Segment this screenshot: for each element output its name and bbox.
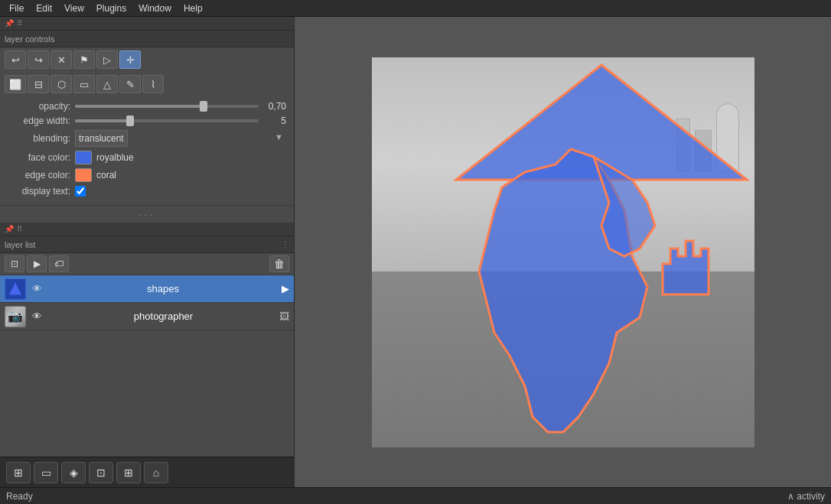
layer-list-toolbar: ⊡ ▶ 🏷 🗑: [0, 253, 294, 275]
tool-path-btn[interactable]: ⌇: [142, 75, 164, 93]
left-panel: 📌 ⠿ layer controls ↩ ↪ ✕ ⚑ ▷ ✛ ⬜ ⊟ ⬡ ▭ △…: [0, 17, 295, 487]
photographer-type-icon: 🖼: [279, 311, 289, 322]
photo-ground: [372, 272, 754, 447]
face-color-swatch[interactable]: [75, 151, 92, 164]
tool-flag-btn[interactable]: ⚑: [73, 50, 95, 69]
menu-window[interactable]: Window: [132, 2, 178, 15]
opacity-thumb[interactable]: [200, 101, 207, 112]
layers-window-btn[interactable]: ◈: [61, 462, 86, 483]
tool-stamp-btn[interactable]: ⊟: [28, 75, 49, 93]
building-dome: [716, 103, 739, 172]
tool-triangle-btn[interactable]: △: [96, 75, 118, 93]
console-btn[interactable]: ⊞: [6, 462, 31, 483]
face-color-name: royalblue: [96, 152, 134, 163]
tool-rect-btn[interactable]: ▭: [73, 75, 95, 93]
opacity-slider[interactable]: [75, 105, 259, 108]
edge-color-swatch[interactable]: [75, 168, 92, 182]
menu-view[interactable]: View: [58, 2, 90, 15]
photographer-eye-icon[interactable]: 👁: [29, 309, 44, 324]
tool-back-btn[interactable]: ↩: [5, 50, 26, 69]
tool-select-btn[interactable]: ⬜: [5, 75, 26, 93]
tool-polygon-btn[interactable]: ⬡: [51, 75, 72, 93]
edge-width-label: edge width:: [8, 115, 70, 126]
edge-width-track: [75, 119, 130, 122]
layer-item-shapes[interactable]: 👁 shapes ▶: [0, 275, 294, 303]
controls-area: opacity: 0,70 edge width: 5: [0, 96, 294, 206]
panel-mini-bar-controls: 📌 ⠿: [0, 17, 294, 31]
building-1: [676, 119, 690, 172]
layer-items: 👁 shapes ▶ 📷 👁 photographer 🖼: [0, 275, 294, 457]
photographer-thumb-bg: 📷: [5, 307, 25, 327]
panel-mini-bar-list: 📌 ⠿: [0, 223, 294, 236]
status-right: ∧ activity: [787, 491, 825, 502]
opacity-row: opacity: 0,70: [8, 101, 286, 112]
edge-width-row: edge width: 5: [8, 115, 286, 126]
delete-layer-btn[interactable]: 🗑: [269, 255, 289, 272]
layer-tool-dots-btn[interactable]: ⊡: [5, 255, 24, 272]
buildings: [676, 103, 739, 172]
blending-select[interactable]: translucent normal multiply screen overl…: [75, 130, 128, 147]
display-text-row: display text:: [8, 186, 286, 197]
main-area: 📌 ⠿ layer controls ↩ ↪ ✕ ⚑ ▷ ✛ ⬜ ⊟ ⬡ ▭ △…: [0, 17, 831, 487]
status-left: Ready: [6, 491, 33, 502]
edge-color-row: edge color: coral: [8, 168, 286, 182]
tool-move-btn[interactable]: ✛: [119, 50, 141, 69]
grip2-icon: ⠿: [17, 225, 22, 233]
face-color-group: royalblue: [75, 151, 286, 164]
face-color-label: face color:: [8, 152, 70, 163]
layer-controls-title: layer controls: [5, 34, 54, 44]
blending-row: blending: translucent normal multiply sc…: [8, 130, 286, 147]
shapes-layer-name: shapes: [47, 283, 279, 294]
opacity-label: opacity:: [8, 101, 70, 112]
shapes-eye-icon[interactable]: 👁: [29, 281, 44, 297]
edge-width-slider[interactable]: [75, 119, 259, 122]
canvas-area: [295, 17, 831, 487]
opacity-slider-container: 0,70: [75, 101, 286, 112]
blending-arrow-icon: ▼: [275, 132, 283, 141]
photographer-layer-name: photographer: [47, 311, 279, 322]
shapes-thumb: [5, 278, 26, 300]
layer-list-section: 📌 ⠿ layer list ⋮ ⊡ ▶ 🏷 🗑: [0, 223, 294, 457]
layer-list-header: layer list ⋮: [0, 236, 294, 253]
tool-close-btn[interactable]: ✕: [51, 50, 72, 69]
image-window-btn[interactable]: ▭: [34, 462, 58, 483]
opacity-track: [75, 105, 204, 108]
menubar: File Edit View Plugins Window Help: [0, 0, 831, 17]
separator-dots: ···: [0, 206, 294, 223]
edge-color-label: edge color:: [8, 170, 70, 180]
photo-background: [372, 57, 754, 447]
tool-play-btn[interactable]: ▷: [96, 50, 118, 69]
home-btn[interactable]: ⌂: [144, 462, 168, 483]
layer-controls-header: layer controls: [0, 31, 294, 47]
photographer-thumb: 📷: [5, 306, 26, 327]
tool-pen-btn[interactable]: ✎: [119, 75, 141, 93]
blending-label: blending:: [8, 133, 70, 144]
edge-width-thumb[interactable]: [126, 115, 134, 126]
photographer-thumb-icon: 📷: [8, 309, 23, 324]
pin2-icon: 📌: [5, 225, 14, 233]
grip-icon: ⠿: [17, 19, 22, 28]
menu-file[interactable]: File: [3, 2, 30, 15]
tool-forward-btn[interactable]: ↪: [28, 50, 49, 69]
toolbar-row-2: ⬜ ⊟ ⬡ ▭ △ ✎ ⌇: [0, 72, 294, 96]
menu-edit[interactable]: Edit: [30, 2, 58, 15]
status-bar: Ready ∧ activity: [0, 487, 831, 504]
menu-plugins[interactable]: Plugins: [90, 2, 132, 15]
list-header-dots: ⋮: [282, 240, 289, 249]
menu-help[interactable]: Help: [178, 2, 209, 15]
layer-item-photographer[interactable]: 📷 👁 photographer 🖼: [0, 303, 294, 330]
display-text-checkbox[interactable]: [75, 186, 86, 197]
shapes-layer-arrow: ▶: [282, 283, 289, 294]
edge-width-value: 5: [263, 115, 286, 126]
opacity-value: 0,70: [263, 101, 286, 112]
layer-tool-arrow-btn[interactable]: ▶: [27, 255, 47, 272]
layer-tool-tag-btn[interactable]: 🏷: [49, 255, 69, 272]
pin-icon: 📌: [5, 19, 14, 28]
dock-btn[interactable]: ⊡: [89, 462, 113, 483]
grid-btn[interactable]: ⊞: [116, 462, 141, 483]
shapes-thumb-icon: [9, 283, 21, 295]
canvas-container: [372, 57, 754, 447]
edge-color-name: coral: [96, 170, 116, 180]
bottom-toolbar: ⊞ ▭ ◈ ⊡ ⊞ ⌂: [0, 457, 294, 487]
edge-width-slider-container: 5: [75, 115, 286, 126]
